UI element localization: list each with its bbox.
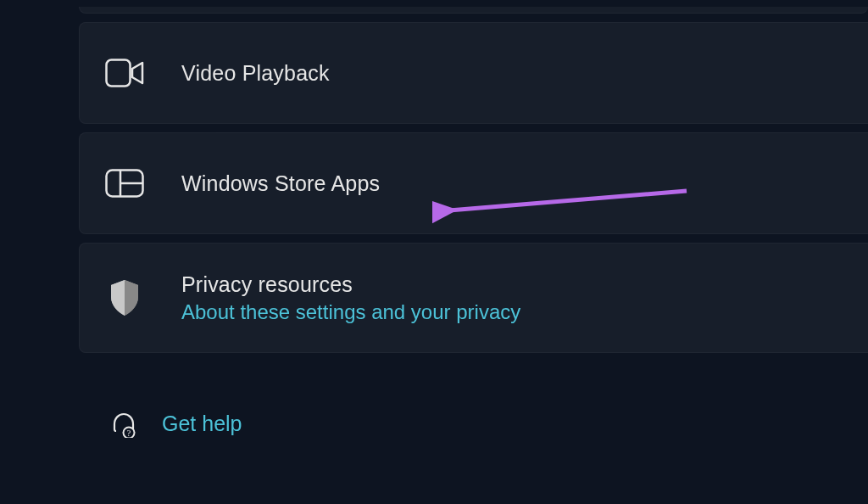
get-help-link[interactable]: Get help	[162, 412, 242, 436]
windows-store-apps-card[interactable]: Windows Store Apps	[79, 132, 868, 234]
privacy-resources-link[interactable]: About these settings and your privacy	[181, 300, 520, 324]
settings-panel: Video Playback Windows Store Apps	[0, 0, 868, 445]
help-headset-icon: ?	[103, 402, 145, 445]
video-playback-card[interactable]: Video Playback	[79, 22, 868, 124]
privacy-resources-title: Privacy resources	[181, 272, 520, 297]
get-help-row: ? Get help	[79, 402, 868, 445]
windows-store-apps-title: Windows Store Apps	[181, 171, 380, 196]
privacy-resources-text: Privacy resources About these settings a…	[181, 272, 520, 324]
video-camera-icon	[103, 52, 146, 94]
shield-icon	[103, 277, 146, 319]
svg-text:?: ?	[127, 428, 131, 438]
windows-store-apps-text: Windows Store Apps	[181, 171, 380, 196]
partial-card-top	[79, 7, 868, 14]
video-playback-title: Video Playback	[181, 61, 330, 86]
video-playback-text: Video Playback	[181, 61, 330, 86]
privacy-resources-card: Privacy resources About these settings a…	[79, 243, 868, 353]
svg-rect-0	[107, 60, 131, 87]
apps-grid-icon	[103, 162, 146, 204]
